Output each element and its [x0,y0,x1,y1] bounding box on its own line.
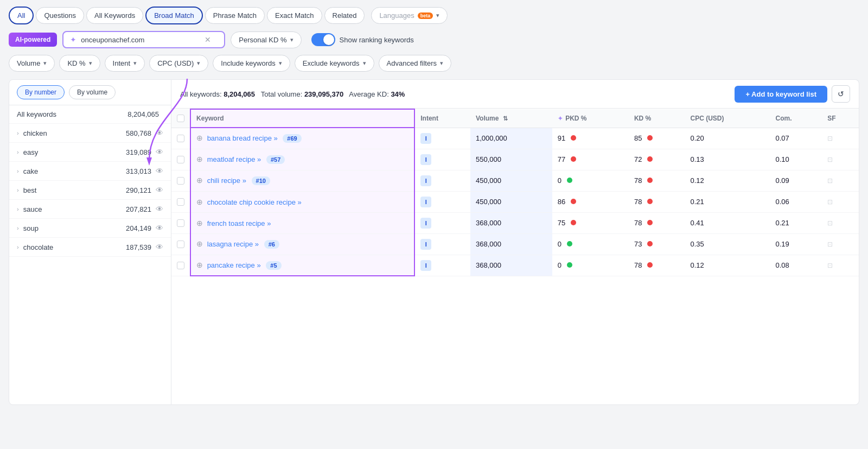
volume-column-header[interactable]: Volume ⇅ [470,109,552,128]
include-keywords-filter[interactable]: Include keywords ▾ [213,55,290,72]
eye-icon[interactable]: 👁 [156,148,163,156]
row-checkbox[interactable] [177,219,184,227]
clear-search-icon[interactable]: ✕ [205,35,211,44]
keyword-link[interactable]: french toast recipe » [207,219,271,227]
wand-icon: ✦ [70,35,76,44]
by-volume-btn[interactable]: By volume [69,85,116,99]
sidebar-keyword-label: soup [23,224,126,232]
languages-dropdown[interactable]: Languages beta ▾ [371,7,448,24]
cpc-filter[interactable]: CPC (USD) ▾ [149,55,208,72]
domain-search-input[interactable] [81,36,200,44]
tab-broad-match[interactable]: Broad Match [145,7,203,24]
com-cell: 0.09 [770,170,822,191]
row-checkbox[interactable] [177,262,184,269]
sidebar-count: 207,821 [126,205,151,213]
keyword-link[interactable]: pancake recipe » [207,261,261,269]
intent-filter[interactable]: Intent ▾ [105,55,145,72]
tab-all[interactable]: All [9,7,34,24]
serp-features-icon[interactable]: ⊡ [827,262,833,269]
cpc-filter-label: CPC (USD) [157,59,194,67]
eye-icon[interactable]: 👁 [156,224,163,232]
tab-exact-match[interactable]: Exact Match [267,7,322,24]
red-dot-icon [571,156,576,162]
add-keyword-icon[interactable]: ⊕ [196,198,203,206]
add-keyword-icon[interactable]: ⊕ [196,176,203,185]
keyword-link[interactable]: chili recipe » [207,176,246,185]
add-keyword-icon[interactable]: ⊕ [196,261,203,269]
kd-column-header: KD % [629,109,685,128]
serp-features-icon[interactable]: ⊡ [827,198,833,206]
serp-features-icon[interactable]: ⊡ [827,219,833,227]
serp-features-icon[interactable]: ⊡ [827,177,833,185]
keyword-link[interactable]: lasagna recipe » [207,240,259,248]
row-checkbox[interactable] [177,135,184,142]
by-number-btn[interactable]: By number [17,85,65,99]
table-row: ⊕ french toast recipe » I 368,000 75 78 … [171,212,859,233]
serp-features-icon[interactable]: ⊡ [827,241,833,248]
keyword-link[interactable]: meatloaf recipe » [207,155,261,163]
select-all-checkbox[interactable] [177,115,184,122]
volume-filter[interactable]: Volume ▾ [9,55,55,72]
all-keywords-item[interactable]: All keywords 8,204,065 [9,105,171,124]
kd-filter[interactable]: KD % ▾ [59,55,100,72]
advanced-filter-label: Advanced filters [387,59,437,67]
serp-features-icon[interactable]: ⊡ [827,135,833,142]
cpc-cell: 0.12 [685,170,770,191]
refresh-button[interactable]: ↺ [832,85,850,103]
eye-icon[interactable]: 👁 [156,205,163,213]
sidebar-item-chocolate[interactable]: › chocolate 187,539 👁 [9,238,171,257]
keyword-link[interactable]: chocolate chip cookie recipe » [207,198,302,206]
volume-cell: 450,000 [470,191,552,212]
tab-questions[interactable]: Questions [36,7,84,24]
sidebar-count: 290,121 [126,186,151,194]
total-volume-value: 239,095,370 [304,90,343,98]
advanced-filters-button[interactable]: Advanced filters ▾ [379,55,452,72]
row-checkbox[interactable] [177,177,184,185]
green-dot-icon [567,241,572,246]
sidebar-item-soup[interactable]: › soup 204,149 👁 [9,219,171,238]
sidebar-item-sauce[interactable]: › sauce 207,821 👁 [9,200,171,219]
keyword-link[interactable]: banana bread recipe » [207,134,278,142]
add-keyword-icon[interactable]: ⊕ [196,155,203,163]
exclude-keywords-filter[interactable]: Exclude keywords ▾ [295,55,374,72]
intent-filter-label: Intent [113,59,131,67]
sidebar-item-easy[interactable]: › easy 319,089 👁 [9,143,171,162]
exclude-chevron-icon: ▾ [363,60,366,67]
sidebar-item-cake[interactable]: › cake 313,013 👁 [9,162,171,181]
sidebar-item-best[interactable]: › best 290,121 👁 [9,181,171,200]
personal-kd-dropdown[interactable]: Personal KD % ▾ [231,31,301,48]
volume-col-label: Volume [476,115,499,122]
table-scroll-container[interactable]: Keyword Intent Volume ⇅ ✦ PKD % K [171,109,859,405]
row-checkbox[interactable] [177,198,184,206]
table-row: ⊕ lasagna recipe » #6 I 368,000 0 73 0.3… [171,233,859,255]
add-to-keyword-list-button[interactable]: + Add to keyword list [735,86,827,103]
ranking-keywords-toggle[interactable] [311,33,335,46]
tab-related[interactable]: Related [324,7,365,24]
com-cell: 0.07 [770,128,822,149]
tab-all-keywords[interactable]: All Keywords [86,7,143,24]
sidebar-count: 204,149 [126,224,151,232]
avg-kd-label: Average KD: [349,90,388,98]
serp-features-icon[interactable]: ⊡ [827,156,833,163]
cpc-column-header: CPC (USD) [685,109,770,128]
red-dot-icon [571,199,576,204]
red-dot-icon [647,220,653,225]
table-stats: All keywords: 8,204,065 Total volume: 23… [180,90,735,98]
eye-icon[interactable]: 👁 [156,129,163,137]
row-checkbox-cell [171,191,190,212]
add-keyword-icon[interactable]: ⊕ [196,134,203,142]
sidebar-item-chicken[interactable]: › chicken 580,768 👁 [9,124,171,143]
eye-icon[interactable]: 👁 [156,243,163,251]
eye-icon[interactable]: 👁 [156,167,163,175]
intent-badge: I [420,218,431,229]
add-keyword-icon[interactable]: ⊕ [196,239,203,248]
sidebar-count: 319,089 [126,148,151,156]
row-checkbox[interactable] [177,241,184,248]
row-checkbox-cell [171,212,190,233]
tab-phrase-match[interactable]: Phrase Match [205,7,265,24]
total-volume-label: Total volume: [261,90,303,98]
chevron-down-icon: ▾ [436,12,439,19]
add-keyword-icon[interactable]: ⊕ [196,219,203,227]
row-checkbox[interactable] [177,156,184,163]
eye-icon[interactable]: 👁 [156,186,163,194]
